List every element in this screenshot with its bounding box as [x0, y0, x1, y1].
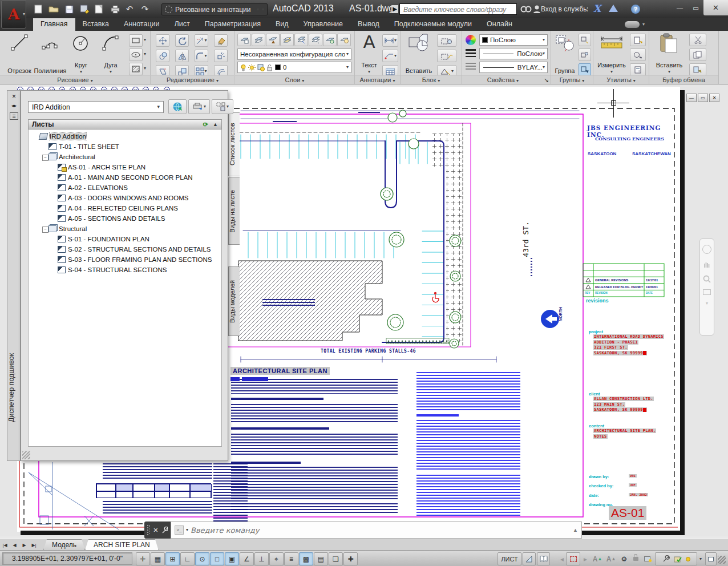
group-button[interactable]: Группа — [552, 33, 577, 74]
command-close-icon[interactable]: ✕ — [153, 527, 158, 534]
quick-view-layouts-button[interactable] — [523, 552, 536, 565]
save-button[interactable] — [62, 3, 76, 15]
new-drawing-button[interactable] — [31, 3, 45, 15]
sheet-tree-item[interactable]: S-04 - STRUCTURAL SECTIONS — [29, 265, 221, 275]
maximize-viewport-button[interactable] — [566, 552, 580, 565]
lineweight-icon[interactable] — [466, 49, 476, 57]
group-selection-toggle[interactable] — [579, 63, 591, 76]
mirror-button[interactable] — [175, 50, 189, 62]
toggle-snap-mode[interactable]: ▦ — [151, 552, 165, 565]
rotate-button[interactable] — [175, 34, 189, 47]
layout-tab[interactable]: Модель — [43, 539, 85, 550]
wrench-icon[interactable] — [662, 555, 670, 563]
arc-button[interactable]: Дуга▾ — [96, 33, 126, 74]
ribbon-tab[interactable]: Вывод — [350, 18, 387, 31]
color-combo[interactable]: ПоСлою▾ — [479, 34, 548, 46]
copy-button[interactable] — [156, 50, 169, 62]
help-search-box[interactable] — [399, 3, 517, 15]
sheet-tree-item[interactable]: A-03 - DOORS WINDOWS AND ROOMS — [29, 193, 221, 203]
toggle-object-snap[interactable]: □ — [210, 552, 224, 565]
sheet-tree-item[interactable]: T-01 - TITLE SHEET — [29, 142, 221, 152]
layer-off-button[interactable] — [266, 34, 280, 46]
tab-sheet-views[interactable]: Виды на листе — [228, 177, 240, 245]
hatch-tool-button[interactable] — [129, 63, 143, 75]
toggle-infer-constraints[interactable]: ✛ — [136, 552, 150, 565]
save-as-button[interactable] — [78, 3, 91, 15]
layer-match-button[interactable] — [323, 34, 337, 46]
performance-check-icon[interactable] — [674, 555, 682, 563]
explode-button[interactable] — [214, 50, 228, 62]
ribbon-tab[interactable]: Лист — [167, 18, 197, 31]
toggle-annotation-monitor[interactable]: ✚ — [343, 552, 358, 565]
sheet-tree-item[interactable]: A-01 - MAIN AND SECOND FLOOR PLAN — [29, 172, 221, 183]
command-history-icon[interactable]: ▲ — [573, 527, 578, 533]
edit-block-button[interactable] — [437, 34, 456, 47]
toggle-dynamic-ucs[interactable]: ⊥ — [254, 552, 269, 565]
toggle-dynamic-input[interactable]: ⌖ — [269, 552, 284, 565]
tree-expander-icon[interactable] — [42, 225, 48, 233]
first-layout-button[interactable]: |◀ — [0, 540, 10, 550]
edit-attributes-button[interactable] — [437, 50, 456, 62]
open-button[interactable] — [47, 3, 60, 15]
ribbon-minimize-button[interactable] — [625, 21, 640, 28]
doc-minimize-button[interactable]: — — [686, 94, 697, 102]
undo-button[interactable]: ↶▾ — [124, 3, 137, 15]
drag-handle-icon[interactable] — [147, 525, 150, 535]
customize-wrench-icon[interactable] — [161, 527, 168, 534]
ui-lock-icon[interactable] — [630, 552, 641, 565]
toggle-transparency[interactable]: ▩ — [299, 552, 313, 565]
steering-wheel-icon[interactable] — [702, 245, 711, 254]
help-icon[interactable]: ? — [631, 5, 640, 14]
quick-select-button[interactable] — [630, 48, 646, 61]
command-input-area[interactable]: >_ ▾ ▲ — [171, 521, 582, 539]
rectangle-tool-button[interactable] — [129, 34, 143, 47]
lineweight-combo[interactable]: ПоСлою▾ — [479, 48, 548, 59]
layer-state-combo[interactable]: Несохраненная конфигурация сло▾ — [237, 48, 351, 60]
layer-combo[interactable]: 0▾ — [237, 62, 351, 73]
toggle-object-snap-tracking[interactable]: ∠ — [240, 552, 254, 565]
toggle-quick-properties[interactable]: ▤ — [314, 552, 328, 565]
plot-preview-button[interactable]: ▾ — [93, 3, 107, 15]
minimize-button[interactable]: — — [672, 2, 687, 14]
layer-isolate-button[interactable] — [280, 34, 294, 46]
autodesk-360-icon[interactable] — [609, 5, 618, 12]
panel-label-properties[interactable]: Свойства▾↘ — [462, 75, 551, 84]
paste-button[interactable]: Вставить▾ — [654, 33, 685, 74]
search-input[interactable] — [400, 5, 516, 15]
toggle-object-snap-3d[interactable]: ▣ — [225, 552, 239, 565]
move-button[interactable] — [156, 34, 169, 47]
tab-model-views[interactable]: Виды моделей — [228, 266, 240, 336]
panel-label-block[interactable]: Блок▾ — [401, 75, 462, 84]
command-input[interactable] — [191, 526, 571, 535]
sheet-tree-item[interactable]: Structural — [29, 224, 221, 234]
layer-state-button[interactable] — [252, 34, 265, 46]
ungroup-button[interactable] — [579, 34, 591, 46]
clean-screen-button[interactable] — [705, 552, 717, 565]
toggle-selection-cycling[interactable]: ❏ — [329, 552, 343, 565]
zoom-icon[interactable] — [702, 274, 711, 284]
palette-resize-grip[interactable] — [22, 451, 30, 459]
annotation-scale-icon[interactable]: A▲ — [591, 552, 604, 565]
layout-tab[interactable]: ARCH SITE PLAN — [85, 539, 159, 550]
publish-web-button[interactable] — [168, 99, 187, 114]
sheet-tree-item[interactable]: Architectural — [29, 152, 221, 162]
ribbon-tab[interactable]: Аннотации — [116, 18, 167, 31]
panel-label-utilities[interactable]: Утилиты▾ — [593, 75, 649, 84]
next-viewport-icon[interactable]: ▸ — [581, 552, 589, 565]
orbit-icon[interactable] — [703, 289, 711, 295]
sheet-tree-item[interactable]: S-02 - STRUCTURAL SECTIONS AND DETAILS — [29, 244, 221, 254]
group-edit-button[interactable] — [579, 48, 591, 61]
ribbon-tab[interactable]: Параметризация — [197, 18, 268, 31]
search-icon[interactable] — [520, 3, 532, 15]
collapse-icon[interactable]: ▲ — [213, 122, 218, 127]
text-button[interactable]: A Текст▾ — [357, 33, 381, 74]
trim-button[interactable]: ▾ — [195, 34, 208, 47]
panel-label-clipboard[interactable]: Буфер обмена — [649, 75, 718, 84]
next-layout-button[interactable]: ▶ — [19, 540, 29, 550]
ribbon-tab[interactable]: Вставка — [75, 18, 116, 31]
navbar-more-icon[interactable]: ▾ — [706, 301, 708, 306]
layer-lock-button[interactable] — [309, 34, 322, 46]
tree-expander-icon[interactable] — [42, 153, 48, 161]
line-button[interactable]: Отрезок — [5, 33, 34, 74]
quick-calc-button[interactable] — [630, 63, 646, 76]
